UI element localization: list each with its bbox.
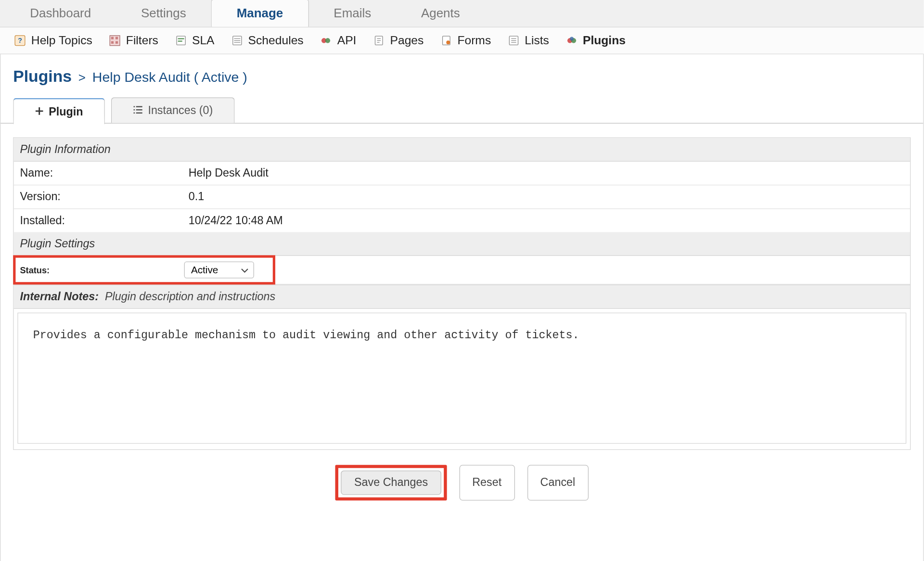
filters-icon bbox=[109, 34, 121, 47]
row-name-value: Help Desk Audit bbox=[189, 166, 904, 179]
save-button[interactable]: Save Changes bbox=[341, 471, 441, 495]
tab-emails[interactable]: Emails bbox=[308, 0, 396, 27]
status-select[interactable]: Active bbox=[184, 261, 254, 278]
notes-textarea[interactable] bbox=[17, 313, 906, 444]
subnav-label: Forms bbox=[457, 34, 491, 48]
section-plugin-info: Plugin Information bbox=[14, 138, 910, 162]
subnav-plugins[interactable]: Plugins bbox=[565, 34, 626, 48]
list-icon bbox=[133, 104, 143, 117]
row-installed: Installed: 10/24/22 10:48 AM bbox=[14, 209, 910, 232]
breadcrumb-item: Help Desk Audit ( Active ) bbox=[92, 69, 247, 85]
tab-agents[interactable]: Agents bbox=[396, 0, 485, 27]
svg-rect-4 bbox=[116, 37, 118, 39]
inner-tab-label: Plugin bbox=[49, 105, 83, 118]
forms-icon bbox=[440, 34, 452, 47]
save-highlight: Save Changes bbox=[335, 465, 447, 500]
subnav-filters[interactable]: Filters bbox=[109, 34, 158, 48]
plus-icon bbox=[35, 105, 44, 118]
inner-tab-label: Instances (0) bbox=[148, 104, 213, 117]
inner-tab-instances[interactable]: Instances (0) bbox=[111, 97, 235, 123]
row-name: Name: Help Desk Audit bbox=[14, 162, 910, 185]
row-version: Version: 0.1 bbox=[14, 185, 910, 209]
subnav-label: Lists bbox=[525, 34, 549, 48]
reset-button[interactable]: Reset bbox=[459, 465, 514, 500]
svg-rect-8 bbox=[178, 38, 184, 39]
row-installed-value: 10/24/22 10:48 AM bbox=[189, 214, 904, 227]
tab-settings[interactable]: Settings bbox=[116, 0, 211, 27]
pages-icon bbox=[372, 34, 385, 47]
plugins-icon bbox=[565, 34, 578, 47]
inner-tabs: Plugin Instances (0) bbox=[0, 97, 923, 123]
subnav-api[interactable]: API bbox=[320, 34, 356, 48]
help-topics-icon: ? bbox=[14, 34, 26, 47]
row-version-value: 0.1 bbox=[189, 191, 904, 204]
breadcrumb: Plugins > Help Desk Audit ( Active ) bbox=[0, 62, 923, 97]
subnav-help-topics[interactable]: ? Help Topics bbox=[14, 34, 92, 48]
svg-rect-3 bbox=[111, 37, 114, 39]
subnav-label: Help Topics bbox=[31, 34, 92, 48]
row-version-label: Version: bbox=[20, 191, 189, 204]
notes-head-desc-text: Plugin description and instructions bbox=[105, 290, 275, 303]
subnav-pages[interactable]: Pages bbox=[372, 34, 424, 48]
notes-body bbox=[14, 309, 910, 449]
main-card: Plugins > Help Desk Audit ( Active ) Plu… bbox=[0, 54, 924, 561]
section-internal-notes: Internal Notes: Plugin description and i… bbox=[14, 284, 910, 309]
breadcrumb-title[interactable]: Plugins bbox=[13, 67, 72, 86]
subnav-forms[interactable]: Forms bbox=[440, 34, 491, 48]
svg-rect-6 bbox=[116, 41, 118, 44]
top-nav: Dashboard Settings Manage Emails Agents bbox=[0, 0, 924, 27]
inner-tab-plugin[interactable]: Plugin bbox=[13, 98, 105, 124]
row-installed-label: Installed: bbox=[20, 214, 189, 227]
subnav-label: Plugins bbox=[583, 34, 626, 48]
subnav-schedules[interactable]: Schedules bbox=[231, 34, 303, 48]
breadcrumb-sep: > bbox=[76, 71, 89, 85]
svg-text:?: ? bbox=[18, 37, 22, 44]
svg-rect-5 bbox=[111, 41, 114, 44]
settings-block: Plugin Information Name: Help Desk Audit… bbox=[13, 137, 911, 450]
svg-point-21 bbox=[446, 40, 450, 44]
row-status: Status: Active bbox=[14, 256, 910, 285]
subnav-label: SLA bbox=[192, 34, 215, 48]
subnav-sla[interactable]: SLA bbox=[175, 34, 215, 48]
svg-point-15 bbox=[325, 38, 330, 43]
row-status-label: Status: bbox=[20, 265, 184, 275]
svg-rect-9 bbox=[178, 40, 182, 42]
sla-icon bbox=[175, 34, 187, 47]
notes-head-label: Internal Notes: bbox=[20, 290, 99, 303]
subnav-label: API bbox=[337, 34, 357, 48]
status-highlight: Status: Active bbox=[13, 255, 275, 284]
cancel-button[interactable]: Cancel bbox=[527, 465, 588, 500]
button-row: Save Changes Reset Cancel bbox=[0, 465, 923, 500]
subnav-label: Pages bbox=[390, 34, 424, 48]
schedules-icon bbox=[231, 34, 243, 47]
tab-manage[interactable]: Manage bbox=[211, 0, 309, 27]
row-name-label: Name: bbox=[20, 166, 189, 179]
sub-nav: ? Help Topics Filters SLA Schedules API … bbox=[0, 27, 924, 54]
tab-dashboard[interactable]: Dashboard bbox=[5, 0, 116, 27]
svg-point-28 bbox=[570, 37, 574, 41]
subnav-lists[interactable]: Lists bbox=[507, 34, 549, 48]
section-plugin-settings: Plugin Settings bbox=[14, 232, 910, 255]
api-icon bbox=[320, 34, 332, 47]
subnav-label: Filters bbox=[126, 34, 158, 48]
lists-icon bbox=[507, 34, 520, 47]
subnav-label: Schedules bbox=[248, 34, 304, 48]
